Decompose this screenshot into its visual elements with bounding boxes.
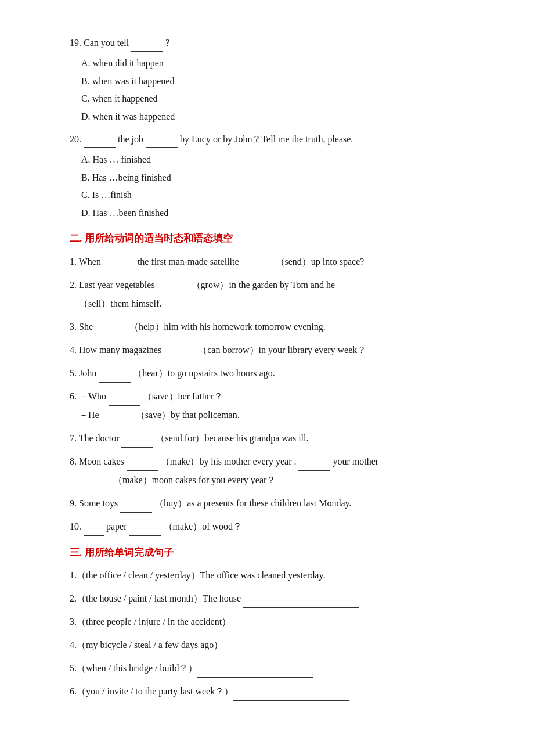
fq10-blank1 [84, 525, 104, 536]
fill-q4: 4. How many magazines （can borrow）in you… [70, 341, 476, 359]
fill-q9: 9. Some toys （buy）as a presents for thes… [70, 494, 476, 513]
fq1-blank2 [241, 261, 273, 271]
fq6-blank2 [102, 414, 134, 424]
fill-q1: 1. When the first man-made satellite （se… [70, 253, 476, 271]
sent-q4: 4.（my bicycle / steal / a few days ago） [70, 636, 476, 654]
fill-q6: 6. －Who （save）her father？ －He （save）by t… [70, 387, 476, 424]
fq3-blank [95, 326, 127, 336]
fq6-blank1 [109, 395, 140, 406]
fill-q10: 10. paper （make）of wood？ [70, 517, 476, 536]
question-20: 20. the job by Lucy or by John？Tell me t… [70, 131, 476, 222]
q19-optA: A. when did it happen [81, 55, 476, 72]
fq7-blank [121, 437, 153, 448]
fq5-blank [99, 372, 131, 383]
sq3-blank [231, 621, 347, 632]
fq8-blank1 [127, 460, 158, 471]
fill-q2: 2. Last year vegetables （grow）in the gar… [70, 276, 476, 313]
sq4-blank [223, 645, 339, 655]
page-content: 19. Can you tell ? A. when did it happen… [70, 35, 476, 701]
fill-q7: 7. The doctor （send for）because his gran… [70, 429, 476, 448]
sq5-blank [197, 668, 313, 678]
q19-optC: C. when it happened [81, 91, 476, 107]
question-19: 19. Can you tell ? A. when did it happen… [70, 35, 476, 125]
q20-optB: B. Has …being finished [81, 170, 476, 186]
q20-optA: A. Has … finished [81, 152, 476, 168]
q19-optD: D. when it was happened [81, 109, 476, 125]
fq1-blank1 [103, 261, 135, 271]
fill-q5: 5. John （hear）to go upstairs two hours a… [70, 364, 476, 383]
fq10-blank2 [129, 525, 161, 536]
fill-q8: 8. Moon cakes （make）by his mother every … [70, 452, 476, 489]
q19-optB: B. when was it happened [81, 73, 476, 90]
fq2-blank1 [157, 284, 189, 294]
q20-stem: 20. the job by Lucy or by John？Tell me t… [70, 131, 476, 148]
q19-blank [131, 41, 163, 52]
q20-blank2 [146, 138, 178, 148]
sent-q6: 6.（you / invite / to the party last week… [70, 682, 476, 701]
q20-optC: C. Is …finish [81, 187, 476, 204]
sent-q5: 5.（when / this bridge / build？） [70, 659, 476, 678]
fq4-blank [164, 349, 196, 359]
sent-q1: 1.（the office / clean / yesterday）The of… [70, 566, 476, 585]
sent-q3: 3.（three people / injure / in the accide… [70, 613, 476, 631]
fq8-blank2 [298, 460, 330, 471]
sq6-blank [233, 691, 349, 701]
section3-title: 三. 用所给单词完成句子 [70, 544, 476, 562]
q20-blank1 [84, 138, 116, 148]
fq2-blank2 [337, 284, 369, 294]
sq2-blank [243, 598, 359, 609]
sent-q2: 2.（the house / paint / last month）The ho… [70, 589, 476, 608]
q19-stem: 19. Can you tell ? [70, 35, 476, 52]
section2-title: 二. 用所给动词的适当时态和语态填空 [70, 230, 476, 248]
fill-q3: 3. She （help）him with his homework tomor… [70, 318, 476, 336]
fq8-blank3 [79, 479, 111, 489]
q20-optD: D. Has …been finished [81, 205, 476, 222]
fq9-blank [120, 502, 152, 513]
